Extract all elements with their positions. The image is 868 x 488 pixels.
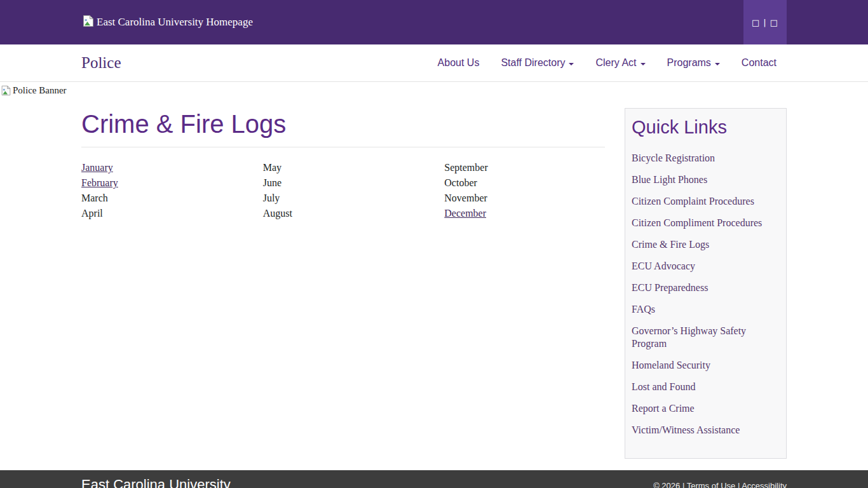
missing-glyph-icons: □ | □ xyxy=(752,18,778,27)
quick-link-item: FAQs xyxy=(632,303,780,316)
month-item-may: May xyxy=(263,160,437,175)
month-link-january[interactable]: January xyxy=(81,162,113,173)
month-link-february[interactable]: February xyxy=(81,177,118,188)
month-item-february: February xyxy=(81,175,255,191)
month-text-september: September xyxy=(444,162,487,173)
quick-link-citizen-complaint-procedures[interactable]: Citizen Complaint Procedures xyxy=(632,196,754,207)
nav-menu: About Us Staff Directory Clery Act Progr… xyxy=(438,57,776,69)
chevron-down-icon xyxy=(641,63,646,65)
month-text-october: October xyxy=(444,177,477,188)
footer-accessibility-link[interactable]: Accessibility xyxy=(742,481,787,488)
footer-separator: | xyxy=(682,481,684,488)
quick-link-lost-and-found[interactable]: Lost and Found xyxy=(632,381,695,392)
university-logo-alt-text: East Carolina University Homepage xyxy=(97,16,253,29)
month-text-november: November xyxy=(444,193,487,203)
footer-separator: | xyxy=(738,481,740,488)
quick-link-crime-fire-logs[interactable]: Crime & Fire Logs xyxy=(632,239,709,250)
header-utility-button[interactable]: □ | □ xyxy=(743,0,787,44)
quick-link-ecu-preparedness[interactable]: ECU Preparedness xyxy=(632,282,708,293)
police-banner-image: Police Banner xyxy=(1,85,67,98)
quick-link-item: Citizen Complaint Procedures xyxy=(632,195,780,208)
quick-link-faqs[interactable]: FAQs xyxy=(632,304,655,315)
chevron-down-icon xyxy=(569,63,574,65)
broken-image-icon xyxy=(82,15,95,30)
nav-item-staff-directory[interactable]: Staff Directory xyxy=(501,57,574,69)
broken-image-icon xyxy=(1,85,11,98)
footer-copyright: © 2026 xyxy=(653,481,680,488)
month-text-april: April xyxy=(81,208,103,219)
quick-links-list: Bicycle Registration Blue Light Phones C… xyxy=(632,152,780,437)
nav-item-label: Clery Act xyxy=(595,57,636,69)
quick-link-homeland-security[interactable]: Homeland Security xyxy=(632,360,710,370)
main-nav: Police About Us Staff Directory Clery Ac… xyxy=(0,44,868,82)
nav-item-programs[interactable]: Programs xyxy=(667,57,720,69)
quick-link-governors-highway-safety-program[interactable]: Governor’s Highway Safety Program xyxy=(632,325,746,349)
quick-link-report-a-crime[interactable]: Report a Crime xyxy=(632,403,695,414)
month-text-june: June xyxy=(263,177,281,188)
quick-link-item: Homeland Security xyxy=(632,359,780,372)
site-footer: East Carolina University © 2026 | Terms … xyxy=(0,470,868,488)
site-title-police[interactable]: Police xyxy=(81,54,121,72)
footer-terms-link[interactable]: Terms of Use xyxy=(687,481,736,488)
nav-item-label: Contact xyxy=(742,57,776,69)
nav-item-contact[interactable]: Contact xyxy=(742,57,776,69)
nav-item-label: About Us xyxy=(438,57,480,69)
site-header: East Carolina University Homepage □ | □ xyxy=(0,0,868,44)
content-area: Crime & Fire Logs January February March… xyxy=(0,108,868,459)
month-item-november: November xyxy=(444,191,618,206)
nav-item-about-us[interactable]: About Us xyxy=(438,57,480,69)
month-item-april: April xyxy=(81,206,255,221)
quick-link-ecu-advocacy[interactable]: ECU Advocacy xyxy=(632,261,695,271)
banner-strip: Police Banner xyxy=(0,82,868,108)
chevron-down-icon xyxy=(715,63,720,65)
month-item-september: September xyxy=(444,160,618,175)
month-item-december: December xyxy=(444,206,618,221)
university-homepage-link[interactable]: East Carolina University Homepage xyxy=(82,15,253,30)
quick-link-victim-witness-assistance[interactable]: Victim/Witness Assistance xyxy=(632,424,740,435)
quick-link-blue-light-phones[interactable]: Blue Light Phones xyxy=(632,174,707,185)
quick-link-item: ECU Preparedness xyxy=(632,281,780,294)
page-title: Crime & Fire Logs xyxy=(81,109,605,139)
month-text-july: July xyxy=(263,193,280,203)
quick-link-citizen-compliment-procedures[interactable]: Citizen Compliment Procedures xyxy=(632,217,762,228)
month-item-march: March xyxy=(81,191,255,206)
quick-link-item: Blue Light Phones xyxy=(632,173,780,186)
page: East Carolina University Homepage □ | □ … xyxy=(0,0,868,488)
nav-item-label: Programs xyxy=(667,57,711,69)
quick-link-item: Governor’s Highway Safety Program xyxy=(632,325,780,350)
month-text-march: March xyxy=(81,193,108,203)
quick-link-item: ECU Advocacy xyxy=(632,260,780,273)
quick-links-panel: Quick Links Bicycle Registration Blue Li… xyxy=(625,108,787,459)
footer-legal: © 2026 | Terms of Use | Accessibility xyxy=(653,481,787,488)
month-list: January February March April May June Ju… xyxy=(81,160,618,221)
month-text-may: May xyxy=(263,162,281,173)
month-text-august: August xyxy=(263,208,292,219)
month-item-june: June xyxy=(263,175,437,191)
quick-link-item: Report a Crime xyxy=(632,402,780,415)
month-item-august: August xyxy=(263,206,437,221)
quick-links-title: Quick Links xyxy=(632,116,780,138)
nav-item-clery-act[interactable]: Clery Act xyxy=(595,57,645,69)
nav-item-label: Staff Directory xyxy=(501,57,565,69)
month-item-october: October xyxy=(444,175,618,191)
title-divider xyxy=(81,147,605,147)
banner-alt-text: Police Banner xyxy=(13,85,67,96)
quick-link-item: Victim/Witness Assistance xyxy=(632,424,780,437)
month-item-january: January xyxy=(81,160,255,175)
quick-link-bicycle-registration[interactable]: Bicycle Registration xyxy=(632,152,715,163)
month-item-july: July xyxy=(263,191,437,206)
main-column: Crime & Fire Logs January February March… xyxy=(81,108,605,221)
month-link-december[interactable]: December xyxy=(444,208,486,219)
quick-link-item: Bicycle Registration xyxy=(632,152,780,165)
quick-link-item: Crime & Fire Logs xyxy=(632,238,780,251)
quick-link-item: Citizen Compliment Procedures xyxy=(632,217,780,229)
quick-link-item: Lost and Found xyxy=(632,381,780,393)
